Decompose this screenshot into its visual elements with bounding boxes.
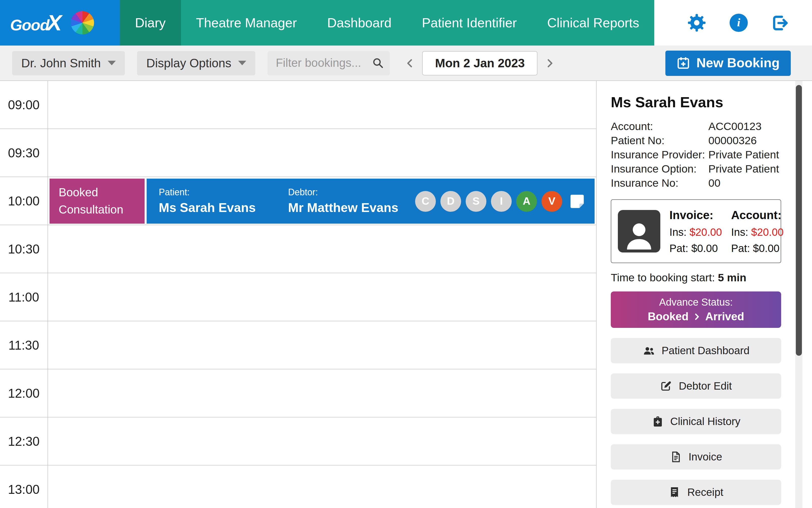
next-day-button[interactable] [541, 53, 558, 73]
doctor-dropdown[interactable]: Dr. John Smith [12, 51, 125, 75]
patient-sidebar: Ms Sarah Evans Account: ACC00123 Patient… [596, 81, 795, 508]
time-label: 11:00 [0, 273, 48, 321]
booking-debtor: Debtor: Mr Matthew Evans [288, 187, 398, 215]
calendar-row: 13:00 [0, 465, 596, 508]
debtor-edit-button[interactable]: Debtor Edit [611, 373, 781, 399]
time-label: 13:00 [0, 465, 48, 508]
invoice-pat-row: Pat: $0.00 [669, 240, 722, 256]
detail-value: Private Patient [708, 162, 781, 177]
time-label: 12:30 [0, 417, 48, 465]
time-to-booking-start: Time to booking start: 5 min [611, 272, 781, 284]
calendar-row: 12:30 [0, 417, 596, 465]
booking-status-block: Booked Consultation [50, 179, 145, 224]
detail-account: Account: ACC00123 [611, 120, 781, 134]
booking-patient: Patient: Ms Sarah Evans [159, 187, 256, 215]
right-margin [802, 81, 812, 508]
detail-insurance-no: Insurance No: 00 [611, 177, 781, 191]
scrollbar-thumb[interactable] [796, 85, 802, 356]
action-label: Clinical History [670, 415, 741, 428]
time-label: 10:00 [0, 177, 48, 225]
calendar-row: 11:00 [0, 273, 596, 321]
invoice-ins-amount: $20.00 [689, 226, 722, 238]
empty-slot-0930[interactable] [48, 129, 596, 177]
tab-clinical-reports[interactable]: Clinical Reports [532, 0, 654, 46]
advance-status-label: Advance Status: [659, 296, 733, 308]
badge-d[interactable]: D [440, 191, 461, 211]
invoice-ins-row: Ins: $20.00 [669, 224, 722, 240]
advance-status-button[interactable]: Advance Status: Booked Arrived [611, 291, 781, 328]
badge-a[interactable]: A [516, 191, 537, 211]
nav-tabs: Diary Theatre Manager Dashboard Patient … [120, 0, 655, 46]
account-header: Account: [731, 206, 784, 224]
chevron-right-icon [693, 312, 701, 321]
calendar-row: 09:30 [0, 129, 596, 177]
invoice-header: Invoice: [669, 206, 722, 224]
action-label: Receipt [687, 486, 723, 498]
empty-slot-1100[interactable] [48, 273, 596, 321]
receipt-icon [669, 486, 681, 498]
badge-s[interactable]: S [466, 191, 486, 211]
invoice-pat-amount: $0.00 [691, 242, 718, 254]
empty-slot-1130[interactable] [48, 321, 596, 369]
patient-name: Ms Sarah Evans [159, 200, 256, 215]
invoice-icon [670, 451, 682, 463]
calendar-row: 09:00 [0, 81, 596, 129]
info-icon[interactable]: i [729, 14, 748, 32]
new-booking-label: New Booking [697, 55, 780, 71]
action-label: Debtor Edit [679, 380, 732, 392]
detail-value: 00000326 [708, 134, 781, 148]
empty-slot-1230[interactable] [48, 417, 596, 465]
tab-patient-identifier[interactable]: Patient Identifier [407, 0, 532, 46]
display-options-label: Display Options [146, 56, 231, 70]
calendar-plus-icon [677, 56, 690, 70]
empty-slot-0900[interactable] [48, 81, 596, 129]
date-display[interactable]: Mon 2 Jan 2023 [422, 51, 537, 75]
calendar-row: 12:00 [0, 369, 596, 417]
clinical-history-button[interactable]: Clinical History [611, 409, 781, 434]
tab-dashboard[interactable]: Dashboard [312, 0, 407, 46]
patient-label: Patient: [159, 187, 256, 198]
new-booking-button[interactable]: New Booking [666, 50, 791, 76]
account-ins-row: Ins: $20.00 [731, 224, 784, 240]
top-nav: GoodX Diary Theatre Manager Dashboard Pa… [0, 0, 812, 46]
patient-avatar-icon [618, 210, 660, 252]
vertical-scrollbar[interactable] [795, 81, 802, 508]
empty-slot-1030[interactable] [48, 225, 596, 273]
receipt-button[interactable]: Receipt [611, 480, 781, 505]
detail-label: Patient No: [611, 134, 708, 148]
time-label: 10:30 [0, 225, 48, 273]
patient-dashboard-button[interactable]: Patient Dashboard [611, 338, 781, 363]
invoice-button[interactable]: Invoice [611, 444, 781, 470]
previous-day-button[interactable] [402, 53, 418, 73]
account-pat-amount: $0.00 [753, 242, 779, 254]
filter-bookings-input[interactable] [276, 56, 372, 70]
detail-label: Insurance Option: [611, 162, 708, 177]
booking-status-line2: Consultation [59, 201, 145, 218]
badge-c[interactable]: C [415, 191, 436, 211]
logout-icon[interactable] [771, 13, 790, 32]
tab-theatre-manager[interactable]: Theatre Manager [181, 0, 312, 46]
detail-value: 00 [708, 177, 781, 191]
badge-i[interactable]: I [491, 191, 512, 211]
note-icon[interactable] [567, 191, 587, 211]
goodx-app: GoodX Diary Theatre Manager Dashboard Pa… [0, 0, 812, 508]
display-options-dropdown[interactable]: Display Options [137, 51, 255, 75]
doctor-dropdown-label: Dr. John Smith [21, 56, 101, 70]
calendar-row: 10:30 [0, 225, 596, 273]
color-wheel-icon [71, 11, 94, 34]
booking-1000[interactable]: Booked Consultation Patient: Ms Sarah Ev… [50, 179, 594, 224]
empty-slot-1300[interactable] [48, 465, 596, 508]
account-pat-row: Pat: $0.00 [731, 240, 784, 256]
diary-calendar: 09:00 09:30 10:00 10:30 11:00 11:30 [0, 81, 596, 508]
badge-v[interactable]: V [541, 191, 562, 211]
booking-status-badges: C D S I A V [415, 191, 587, 211]
settings-gear-icon[interactable] [687, 13, 706, 32]
chevron-down-icon [108, 61, 116, 65]
empty-slot-1200[interactable] [48, 369, 596, 417]
toolbar: Dr. John Smith Display Options Mon 2 Jan… [0, 46, 812, 81]
chevron-right-icon [544, 56, 555, 70]
tab-diary[interactable]: Diary [120, 0, 181, 46]
detail-label: Account: [611, 120, 708, 134]
advance-status-transition: Booked Arrived [648, 310, 744, 323]
action-label: Patient Dashboard [662, 345, 750, 357]
